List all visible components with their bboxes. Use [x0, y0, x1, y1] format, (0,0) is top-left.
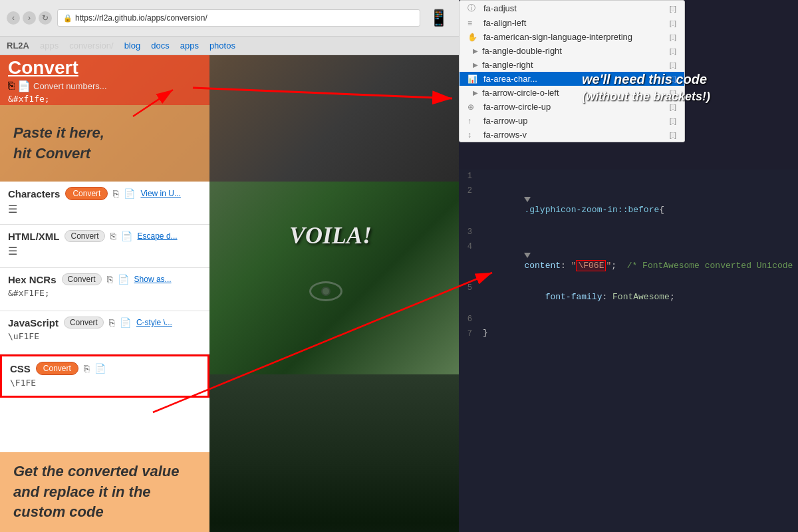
paste-annotation: Paste it here, hit Convert: [0, 105, 209, 182]
javascript-header: JavaScript Convert ⎘ 📄 C-style \...: [8, 317, 201, 329]
line-number-6: 6: [459, 313, 479, 324]
dropdown-code-fa-angle-double-right: []: [670, 47, 676, 55]
annotation-text: Paste it here, hit Convert: [13, 123, 104, 164]
htmlxml-copy-icon[interactable]: ⎘: [110, 231, 116, 241]
hexncrs-header: Hex NCRs Convert ⎘ 📄 Show as...: [8, 273, 201, 285]
lock-icon: 🔒: [63, 14, 72, 23]
line-number-4: 4: [459, 241, 479, 251]
dropdown-code-fa-align-left: []: [670, 19, 676, 27]
dropdown-icon-fa-adjust: ⓘ: [467, 3, 479, 14]
nav-bar: RL2A apps conversion/ blog docs apps pho…: [0, 37, 459, 55]
font-family-property: font-family: [524, 292, 602, 302]
code-line-6: 6: [459, 313, 798, 327]
browser-chrome: ‹ › ↻ 🔒 https://rl2a.github.io/apps/conv…: [0, 0, 459, 37]
characters-copy-icon[interactable]: ⎘: [113, 188, 118, 199]
htmlxml-file-icon[interactable]: 📄: [121, 231, 132, 241]
line-content-2: .glyphicon-zoom-in::before{: [479, 185, 798, 225]
nav-breadcrumb: conversion/: [69, 41, 113, 51]
javascript-file-icon[interactable]: 📄: [120, 317, 131, 328]
line-content-7: }: [479, 328, 798, 338]
file-icon-header[interactable]: 📄: [17, 80, 31, 92]
hexncrs-convert-button[interactable]: Convert: [62, 273, 102, 285]
input-value-display: &#xf1fe;: [8, 94, 201, 104]
dropdown-icon-fa-arrows-v: ↕: [467, 130, 479, 140]
without-brackets-text: (without the brackets!): [582, 88, 710, 105]
javascript-copy-icon[interactable]: ⎘: [109, 317, 114, 328]
javascript-view-link[interactable]: C-style \...: [136, 318, 172, 327]
line-content-5: font-family: FontAwesome;: [479, 282, 798, 312]
nav-apps[interactable]: apps: [180, 41, 199, 51]
dropdown-icon-fa-american: ✋: [467, 33, 479, 42]
content-property: content: [524, 261, 561, 271]
htmlxml-view-link[interactable]: Escape d...: [138, 231, 178, 241]
address-bar[interactable]: 🔒 https://rl2a.github.io/apps/conversion…: [57, 9, 420, 27]
dropdown-item-fa-align-left[interactable]: ≡ fa-align-left []: [460, 16, 684, 30]
dropdown-item-fa-arrow-up[interactable]: ↑ fa-arrow-up []: [460, 114, 684, 128]
dropdown-name-fa-arrow-up: fa-arrow-up: [483, 116, 666, 126]
dropdown-name-fa-align-left: fa-align-left: [483, 18, 666, 28]
back-button[interactable]: ‹: [7, 11, 20, 25]
site-title: RL2A: [7, 41, 29, 51]
line-number-3: 3: [459, 226, 479, 237]
nav-photos[interactable]: photos: [209, 41, 235, 51]
code-editor: 1 2 .glyphicon-zoom-in::before{ 3 4 cont…: [459, 170, 798, 532]
forward-button[interactable]: ›: [23, 11, 36, 25]
bg-image-bottom: [209, 374, 459, 532]
f06e-highlight: \F06E: [576, 260, 606, 271]
font-family-value: FontAwesome: [612, 292, 670, 302]
code-comment-4: /* FontAwesome converted Unicode: [627, 261, 793, 271]
dropdown-code-fa-arrows-v: []: [670, 131, 676, 139]
nav-blog[interactable]: blog: [124, 41, 141, 51]
htmlxml-value: ☰: [8, 245, 201, 257]
characters-section: Characters Convert ⎘ 📄 View in U... ☰: [0, 182, 209, 225]
main-content: VOILA! Convert ⎘ 📄 Convert numbers... &#…: [0, 55, 459, 532]
dropdown-icon-fa-area-chart: 📊: [467, 74, 479, 84]
code-line-2: 2 .glyphicon-zoom-in::before{: [459, 184, 798, 225]
bottom-annotation: Get the converted valueand replace it in…: [0, 452, 209, 532]
convert-numbers-label: Convert numbers...: [33, 81, 107, 91]
refresh-button[interactable]: ↻: [39, 11, 52, 25]
dropdown-icon-fa-arrow-circle-up: ⊕: [467, 102, 479, 112]
dropdown-arrow-fa-arrow-circle-o-left: ▶: [473, 89, 478, 96]
characters-file-icon[interactable]: 📄: [124, 188, 135, 199]
hexncrs-value: &#xF1FE;: [8, 288, 201, 298]
css-copy-icon[interactable]: ⎘: [84, 363, 89, 374]
collapse-triangle-2[interactable]: [524, 197, 531, 202]
css-convert-button[interactable]: Convert: [36, 362, 78, 375]
url-text: https://rl2a.github.io/apps/conversion/: [75, 13, 207, 23]
collapse-triangle-4[interactable]: [524, 253, 531, 258]
code-line-5: 5 font-family: FontAwesome;: [459, 281, 798, 313]
hexncrs-file-icon[interactable]: 📄: [118, 274, 129, 285]
htmlxml-convert-button[interactable]: Convert: [65, 230, 104, 242]
tool-input-area: ⎘ 📄 Convert numbers...: [8, 80, 201, 92]
dropdown-item-fa-angle-double-right[interactable]: ▶ fa-angle-double-right []: [460, 44, 684, 58]
htmlxml-icon: ☰: [8, 245, 17, 257]
dropdown-item-fa-american[interactable]: ✋ fa-american-sign-language-interpreting…: [460, 30, 684, 44]
nav-docs[interactable]: docs: [151, 41, 169, 51]
dropdown-item-fa-arrows-v[interactable]: ↕ fa-arrows-v []: [460, 128, 684, 142]
dropdown-item-fa-adjust[interactable]: ⓘ fa-adjust []: [460, 1, 684, 16]
dropdown-icon-fa-arrow-up: ↑: [467, 116, 479, 126]
characters-convert-button[interactable]: Convert: [65, 187, 108, 200]
characters-view-link[interactable]: View in U...: [140, 189, 180, 198]
dropdown-code-fa-angle-right: []: [670, 61, 676, 69]
bg-image-middle: VOILA!: [209, 182, 459, 374]
dropdown-arrow-fa-angle-right: ▶: [473, 61, 478, 68]
hexncrs-copy-icon[interactable]: ⎘: [107, 274, 112, 285]
top-right-annotation: we'll need this code (without the bracke…: [582, 70, 710, 105]
tool-title: Convert: [8, 57, 201, 78]
line-number-7: 7: [459, 328, 479, 338]
css-header: CSS Convert ⎘ 📄: [10, 362, 200, 375]
right-panel: ⓘ fa-adjust [] ≡ fa-align-left [] ✋ fa…: [459, 0, 798, 532]
copy-icon-header[interactable]: ⎘: [8, 80, 15, 92]
we-need-code-text: we'll need this code: [582, 70, 710, 88]
code-line-7: 7 }: [459, 327, 798, 342]
dropdown-name-fa-angle-right: fa-angle-right: [482, 60, 666, 70]
css-file-icon[interactable]: 📄: [94, 363, 106, 374]
left-panel: ‹ › ↻ 🔒 https://rl2a.github.io/apps/conv…: [0, 0, 459, 532]
hexncrs-section: Hex NCRs Convert ⎘ 📄 Show as... &#xF1FE;: [0, 268, 209, 311]
javascript-convert-button[interactable]: Convert: [64, 317, 104, 329]
dropdown-arrow-fa-angle-double: ▶: [473, 47, 478, 55]
voila-text: VOILA!: [289, 221, 372, 249]
hexncrs-view-link[interactable]: Show as...: [134, 275, 172, 284]
